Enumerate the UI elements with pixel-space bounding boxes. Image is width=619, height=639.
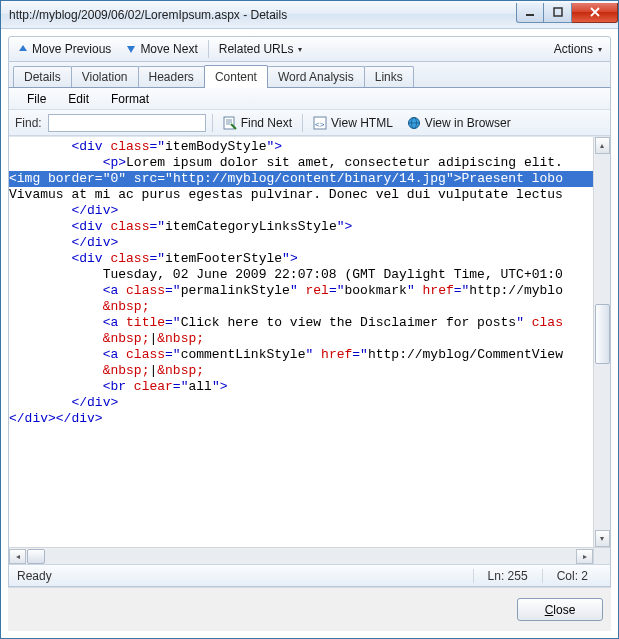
tab-content[interactable]: Content <box>204 65 268 88</box>
scroll-track[interactable] <box>595 154 610 530</box>
tabstrip: DetailsViolationHeadersContentWord Analy… <box>8 62 611 87</box>
code-line[interactable]: <p>Lorem ipsum dolor sit amet, consectet… <box>9 155 610 171</box>
view-html-button[interactable]: <> View HTML <box>309 114 397 132</box>
actions-dropdown[interactable]: Actions ▾ <box>550 40 606 58</box>
menu-edit[interactable]: Edit <box>58 90 99 108</box>
close-button[interactable]: Close <box>517 598 603 621</box>
browser-icon <box>407 116 421 130</box>
toolbar-separator <box>212 114 213 132</box>
details-window: http://myblog/2009/06/02/LoremIpsum.aspx… <box>0 0 619 639</box>
scroll-track[interactable] <box>26 549 576 564</box>
menu-file[interactable]: File <box>17 90 56 108</box>
toolbar-separator <box>208 40 209 58</box>
code-line[interactable]: <a class="permalinkStyle" rel="bookmark"… <box>9 283 610 299</box>
code-line[interactable]: <br clear="all"> <box>9 379 610 395</box>
arrow-up-icon <box>17 43 29 55</box>
minimize-button[interactable] <box>516 3 544 23</box>
menu-format[interactable]: Format <box>101 90 159 108</box>
code-line[interactable]: &nbsp;|&nbsp; <box>9 331 610 347</box>
code-line[interactable]: Tuesday, 02 June 2009 22:07:08 (GMT Dayl… <box>9 267 610 283</box>
actions-label: Actions <box>554 42 593 56</box>
svg-rect-0 <box>526 14 534 16</box>
chevron-down-icon: ▾ <box>598 45 602 54</box>
related-urls-dropdown[interactable]: Related URLs ▾ <box>215 40 307 58</box>
status-bar: Ready Ln: 255 Col: 2 <box>9 564 610 586</box>
window-controls <box>516 3 618 23</box>
code-line[interactable]: &nbsp; <box>9 299 610 315</box>
move-previous-label: Move Previous <box>32 42 111 56</box>
code-line[interactable]: </div> <box>9 203 610 219</box>
html-icon: <> <box>313 116 327 130</box>
find-next-button[interactable]: Find Next <box>219 114 296 132</box>
find-input[interactable] <box>48 114 206 132</box>
tab-links[interactable]: Links <box>364 66 414 87</box>
maximize-button[interactable] <box>544 3 572 23</box>
tab-violation[interactable]: Violation <box>71 66 139 87</box>
status-col: Col: 2 <box>542 569 602 583</box>
move-next-button[interactable]: Move Next <box>121 40 201 58</box>
svg-text:<>: <> <box>315 120 325 129</box>
code-line[interactable]: Vivamus at mi ac purus egestas pulvinar.… <box>9 187 610 203</box>
view-in-browser-button[interactable]: View in Browser <box>403 114 515 132</box>
code-line[interactable]: </div> <box>9 235 610 251</box>
find-next-icon <box>223 116 237 130</box>
code-line[interactable]: <div class="itemBodyStyle"> <box>9 139 610 155</box>
code-line[interactable]: </div></div> <box>9 411 610 427</box>
scroll-up-button[interactable]: ▴ <box>595 137 610 154</box>
arrow-down-icon <box>125 43 137 55</box>
window-title: http://myblog/2009/06/02/LoremIpsum.aspx… <box>9 8 516 22</box>
code-area: <div class="itemBodyStyle"> <p>Lorem ips… <box>9 136 610 564</box>
scroll-corner <box>593 548 610 565</box>
code-content[interactable]: <div class="itemBodyStyle"> <p>Lorem ips… <box>9 137 610 564</box>
content-panel: File Edit Format Find: Find Next <> View… <box>8 87 611 587</box>
svg-rect-2 <box>224 117 234 129</box>
tab-headers[interactable]: Headers <box>138 66 205 87</box>
code-line[interactable]: <a class="commentLinkStyle" href="http:/… <box>9 347 610 363</box>
scroll-thumb[interactable] <box>595 304 610 364</box>
horizontal-scrollbar[interactable]: ◂ ▸ <box>9 547 610 564</box>
find-label: Find: <box>15 116 42 130</box>
scroll-thumb[interactable] <box>27 549 45 564</box>
code-line[interactable]: <a title="Click here to view the Disclai… <box>9 315 610 331</box>
code-line[interactable]: <img border="0" src="http://myblog/conte… <box>9 171 610 187</box>
status-line: Ln: 255 <box>473 569 542 583</box>
code-line[interactable]: &nbsp;|&nbsp; <box>9 363 610 379</box>
client-area: Move Previous Move Next Related URLs ▾ A… <box>1 29 618 638</box>
dialog-footer: Close <box>8 587 611 631</box>
scroll-down-button[interactable]: ▾ <box>595 530 610 547</box>
scroll-right-button[interactable]: ▸ <box>576 549 593 564</box>
tab-details[interactable]: Details <box>13 66 72 87</box>
menu-bar: File Edit Format <box>9 88 610 110</box>
scroll-left-button[interactable]: ◂ <box>9 549 26 564</box>
view-html-label: View HTML <box>331 116 393 130</box>
find-next-label: Find Next <box>241 116 292 130</box>
tab-word-analysis[interactable]: Word Analysis <box>267 66 365 87</box>
find-toolbar: Find: Find Next <> View HTML View in Bro… <box>9 110 610 136</box>
titlebar: http://myblog/2009/06/02/LoremIpsum.aspx… <box>1 1 618 29</box>
related-urls-label: Related URLs <box>219 42 294 56</box>
svg-rect-1 <box>554 8 562 16</box>
code-line[interactable]: <div class="itemCategoryLinksStyle"> <box>9 219 610 235</box>
chevron-down-icon: ▾ <box>298 45 302 54</box>
move-next-label: Move Next <box>140 42 197 56</box>
view-browser-label: View in Browser <box>425 116 511 130</box>
code-line[interactable]: <div class="itemFooterStyle"> <box>9 251 610 267</box>
toolbar-separator <box>302 114 303 132</box>
nav-toolbar: Move Previous Move Next Related URLs ▾ A… <box>8 36 611 62</box>
vertical-scrollbar[interactable]: ▴ ▾ <box>593 137 610 547</box>
status-ready: Ready <box>17 569 473 583</box>
code-line[interactable]: </div> <box>9 395 610 411</box>
move-previous-button[interactable]: Move Previous <box>13 40 115 58</box>
window-close-button[interactable] <box>572 3 618 23</box>
